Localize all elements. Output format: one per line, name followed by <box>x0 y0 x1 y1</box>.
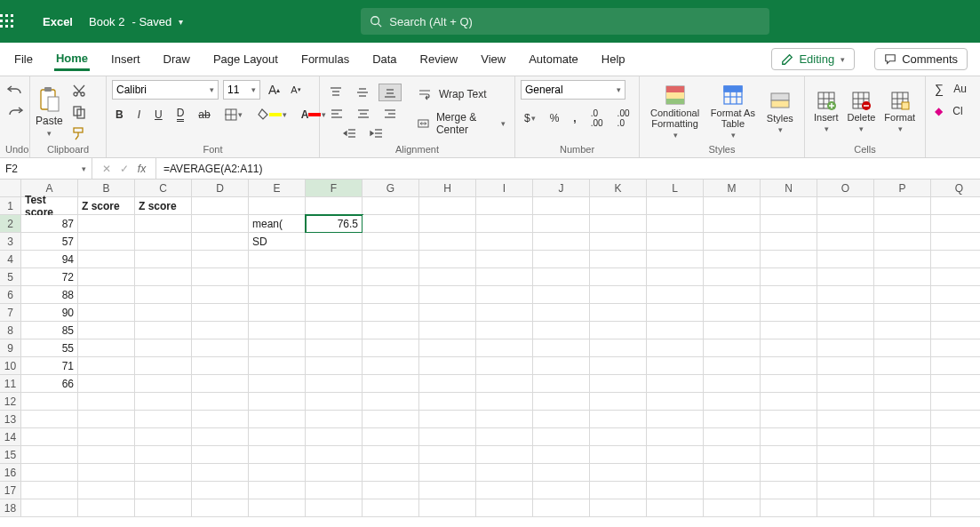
cell[interactable]: 57 <box>21 233 78 251</box>
tab-data[interactable]: Data <box>370 49 398 69</box>
cell[interactable] <box>135 268 192 286</box>
cell[interactable] <box>249 499 306 517</box>
clear-button[interactable]: ◆ Cl <box>931 103 967 119</box>
tab-home[interactable]: Home <box>54 48 90 71</box>
cell[interactable] <box>363 233 419 251</box>
cell[interactable] <box>419 428 476 446</box>
cell[interactable]: 76.5 <box>306 215 363 233</box>
cell[interactable] <box>647 215 704 233</box>
redo-button[interactable] <box>4 101 27 117</box>
underline-button[interactable]: U <box>151 107 166 123</box>
cell[interactable] <box>931 251 980 268</box>
cell[interactable] <box>590 499 647 517</box>
cell[interactable] <box>306 411 363 428</box>
cell[interactable] <box>363 268 419 286</box>
cell[interactable] <box>647 464 704 482</box>
cell[interactable] <box>306 393 363 411</box>
app-launcher-icon[interactable] <box>0 14 43 28</box>
cell[interactable] <box>135 286 192 304</box>
cell[interactable]: 88 <box>21 286 78 304</box>
cell[interactable] <box>647 446 704 464</box>
align-bottom-button[interactable] <box>378 84 402 101</box>
decrease-decimal-button[interactable]: .00.0 <box>614 107 633 130</box>
cell[interactable] <box>704 357 761 375</box>
cell[interactable] <box>761 268 817 286</box>
cell[interactable] <box>192 411 249 428</box>
increase-decimal-button[interactable]: .0.00 <box>587 107 607 130</box>
format-as-table-button[interactable]: Format As Table▾ <box>706 83 760 141</box>
cell[interactable] <box>192 215 249 233</box>
cell[interactable] <box>817 322 874 339</box>
cell[interactable] <box>249 304 306 322</box>
cell[interactable] <box>533 499 590 517</box>
row-header[interactable]: 14 <box>0 428 21 446</box>
cell[interactable] <box>704 464 761 482</box>
cell[interactable] <box>590 393 647 411</box>
row-header[interactable]: 6 <box>0 286 21 304</box>
cell[interactable] <box>931 375 980 393</box>
cell[interactable] <box>761 304 817 322</box>
cell[interactable] <box>78 411 135 428</box>
cell[interactable] <box>874 482 931 499</box>
cell[interactable] <box>21 428 78 446</box>
cell[interactable] <box>817 393 874 411</box>
cell[interactable] <box>135 428 192 446</box>
cell[interactable] <box>363 251 419 268</box>
cell[interactable] <box>192 375 249 393</box>
cell[interactable] <box>647 357 704 375</box>
cell[interactable] <box>363 339 419 357</box>
cell[interactable] <box>135 357 192 375</box>
row-header[interactable]: 11 <box>0 375 21 393</box>
cell[interactable] <box>647 286 704 304</box>
font-name-input[interactable] <box>112 80 219 100</box>
column-header[interactable]: O <box>817 180 874 197</box>
name-box[interactable]: F2 ▾ <box>0 158 92 179</box>
cell[interactable] <box>419 499 476 517</box>
cell[interactable] <box>704 339 761 357</box>
cell[interactable] <box>704 304 761 322</box>
tab-review[interactable]: Review <box>418 49 460 69</box>
cell[interactable] <box>476 233 533 251</box>
row-header[interactable]: 7 <box>0 304 21 322</box>
comma-button[interactable]: , <box>570 110 579 126</box>
tab-file[interactable]: File <box>12 49 35 69</box>
cell[interactable] <box>419 375 476 393</box>
column-header[interactable]: P <box>874 180 931 197</box>
cell[interactable] <box>192 482 249 499</box>
cell[interactable] <box>647 339 704 357</box>
cell[interactable] <box>249 339 306 357</box>
cell[interactable] <box>192 499 249 517</box>
cell[interactable] <box>363 286 419 304</box>
cell[interactable] <box>306 197 363 215</box>
tab-draw[interactable]: Draw <box>162 49 192 69</box>
cell[interactable] <box>192 251 249 268</box>
cell[interactable] <box>761 393 817 411</box>
cell[interactable]: Z score <box>78 197 135 215</box>
cell[interactable] <box>419 482 476 499</box>
cell[interactable] <box>817 339 874 357</box>
cell[interactable] <box>533 339 590 357</box>
column-header[interactable]: J <box>533 180 590 197</box>
align-right-button[interactable] <box>379 107 401 121</box>
cell[interactable] <box>249 197 306 215</box>
select-all-corner[interactable] <box>0 180 21 197</box>
cell[interactable] <box>761 197 817 215</box>
cell[interactable] <box>817 499 874 517</box>
cell[interactable] <box>363 197 419 215</box>
insert-cells-button[interactable]: Insert▾ <box>810 89 842 135</box>
cell[interactable]: 87 <box>21 215 78 233</box>
column-header[interactable]: E <box>249 180 306 197</box>
cell[interactable] <box>817 446 874 464</box>
cell[interactable] <box>647 322 704 339</box>
decrease-font-button[interactable]: A▾ <box>287 83 304 97</box>
row-header[interactable]: 2 <box>0 215 21 233</box>
cell[interactable] <box>363 411 419 428</box>
cell[interactable] <box>419 446 476 464</box>
cell[interactable] <box>419 304 476 322</box>
cell[interactable] <box>874 446 931 464</box>
row-header[interactable]: 13 <box>0 411 21 428</box>
cell[interactable] <box>533 411 590 428</box>
cell[interactable] <box>817 233 874 251</box>
cell[interactable] <box>931 411 980 428</box>
cell[interactable] <box>817 304 874 322</box>
